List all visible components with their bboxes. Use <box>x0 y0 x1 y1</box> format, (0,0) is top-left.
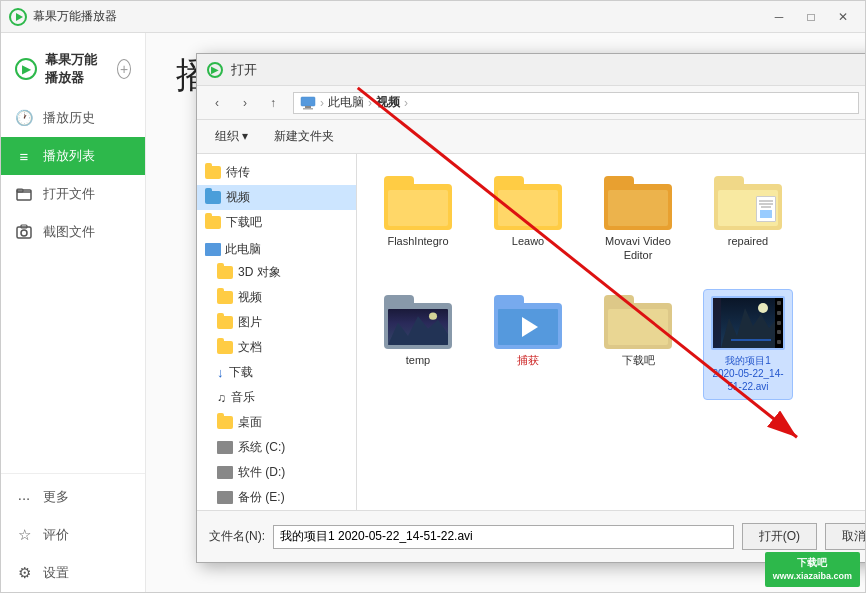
file-item-leawo[interactable]: Leawo <box>483 170 573 269</box>
tree-item-pictures[interactable]: 图片 <box>197 310 356 335</box>
nav-up-button[interactable]: ↑ <box>261 91 285 115</box>
tree-item-downloads[interactable]: ↓ 下载 <box>197 360 356 385</box>
file-label: FlashIntegro <box>387 234 448 248</box>
filename-label: 文件名(N): <box>209 528 265 545</box>
drive-icon <box>217 466 233 479</box>
watermark: 下载吧 www.xiazaiba.com <box>765 552 860 587</box>
sidebar-item-history[interactable]: 🕐 播放历史 <box>1 99 145 137</box>
tree-item-xiazaiba[interactable]: 下载吧 <box>197 210 356 235</box>
folder-icon <box>217 316 233 329</box>
sidebar-item-playlist[interactable]: ≡ 播放列表 <box>1 137 145 175</box>
folder-icon <box>205 166 221 179</box>
more-icon: ··· <box>15 488 33 506</box>
organize-label: 组织 ▾ <box>215 128 248 145</box>
file-item-video-avi[interactable]: 我的项目1 2020-05-22_14- 51-22.avi <box>703 289 793 400</box>
title-bar-controls: ─ □ ✕ <box>765 6 857 28</box>
svg-rect-8 <box>305 106 311 108</box>
tree-item-docs[interactable]: 文档 <box>197 335 356 360</box>
minimize-button[interactable]: ─ <box>765 6 793 28</box>
tree-item-videos[interactable]: 视频 <box>197 285 356 310</box>
breadcrumb: › 此电脑 › 视频 › <box>293 92 859 114</box>
svg-marker-10 <box>388 316 448 345</box>
organize-button[interactable]: 组织 ▾ <box>207 125 256 148</box>
svg-rect-7 <box>301 97 315 106</box>
tree-item-label: 音乐 <box>231 389 255 406</box>
sidebar-item-open[interactable]: 打开文件 <box>1 175 145 213</box>
tree-panel: 待传 视频 下载吧 此电脑 <box>197 154 357 510</box>
svg-rect-9 <box>303 108 313 110</box>
sidebar-item-more[interactable]: ··· 更多 <box>1 478 145 516</box>
tree-item-desktop[interactable]: 桌面 <box>197 410 356 435</box>
breadcrumb-sep1: › <box>320 96 324 110</box>
tree-item-label: 视频 <box>238 289 262 306</box>
tree-item-music[interactable]: ♫ 音乐 <box>197 385 356 410</box>
dialog-cancel-button[interactable]: 取消 <box>825 523 865 550</box>
tree-item-video[interactable]: 视频 <box>197 185 356 210</box>
tree-item-label: 软件 (D:) <box>238 464 285 481</box>
tree-item-3d[interactable]: 3D 对象 <box>197 260 356 285</box>
dialog-icon: ▶ <box>207 62 223 78</box>
nav-forward-button[interactable]: › <box>233 91 257 115</box>
sidebar-bottom: ··· 更多 ☆ 评价 ⚙ 设置 <box>1 473 145 592</box>
file-item-temp[interactable]: temp <box>373 289 463 400</box>
tree-section-pc: 此电脑 <box>197 235 356 260</box>
settings-icon: ⚙ <box>15 564 33 582</box>
folder-icon <box>217 291 233 304</box>
dialog-toolbar: 组织 ▾ 新建文件夹 <box>197 120 865 154</box>
rating-icon: ☆ <box>15 526 33 544</box>
dialog-title-text: 打开 <box>231 61 257 79</box>
tree-item-daichuan[interactable]: 待传 <box>197 160 356 185</box>
folder-large-icon <box>384 295 452 349</box>
breadcrumb-sep3: › <box>404 96 408 110</box>
folder-icon <box>217 416 233 429</box>
breadcrumb-part2[interactable]: 视频 <box>376 94 400 111</box>
sidebar-item-rating[interactable]: ☆ 评价 <box>1 516 145 554</box>
tree-item-drive-d[interactable]: 软件 (D:) <box>197 460 356 485</box>
svg-point-11 <box>429 312 437 319</box>
watermark-line1: 下载吧 <box>773 556 852 570</box>
tree-item-drive-c[interactable]: 系统 (C:) <box>197 435 356 460</box>
folder-large-icon <box>384 176 452 230</box>
logo-icon: ▶ <box>15 58 37 80</box>
folder-large-icon <box>494 176 562 230</box>
file-label: Leawo <box>512 234 544 248</box>
tree-item-label: 系统 (C:) <box>238 439 285 456</box>
file-label: 下载吧 <box>622 353 655 367</box>
sidebar-item-history-label: 播放历史 <box>43 109 95 127</box>
title-bar-text: 幕果万能播放器 <box>33 8 765 25</box>
tree-item-drive-e[interactable]: 备份 (E:) <box>197 485 356 510</box>
history-icon: 🕐 <box>15 109 33 127</box>
add-button[interactable]: + <box>117 59 131 79</box>
file-item-xiazaiba-folder[interactable]: 下载吧 <box>593 289 683 400</box>
breadcrumb-sep2: › <box>368 96 372 110</box>
file-label: 我的项目1 2020-05-22_14- 51-22.avi <box>712 354 783 393</box>
file-item-movavi[interactable]: Movavi Video Editor <box>593 170 683 269</box>
video-thumbnail <box>711 296 785 350</box>
nav-back-button[interactable]: ‹ <box>205 91 229 115</box>
sidebar-item-more-label: 更多 <box>43 488 69 506</box>
maximize-button[interactable]: □ <box>797 6 825 28</box>
new-folder-button[interactable]: 新建文件夹 <box>264 125 344 148</box>
open-icon <box>15 185 33 203</box>
folder-large-icon <box>494 295 562 349</box>
sidebar-item-screenshot[interactable]: 截图文件 <box>1 213 145 251</box>
file-item-flashintegro[interactable]: FlashIntegro <box>373 170 463 269</box>
tree-item-label: 视频 <box>226 189 250 206</box>
close-button[interactable]: ✕ <box>829 6 857 28</box>
file-item-repaired[interactable]: repaired <box>703 170 793 269</box>
dialog-open-button[interactable]: 打开(O) <box>742 523 817 550</box>
file-label: repaired <box>728 234 768 248</box>
sidebar-item-rating-label: 评价 <box>43 526 69 544</box>
tree-item-label: 3D 对象 <box>238 264 281 281</box>
logo-text: 幕果万能播放器 <box>45 51 105 87</box>
breadcrumb-part1[interactable]: 此电脑 <box>328 94 364 111</box>
film-strip-right <box>775 298 783 348</box>
file-item-capture[interactable]: 捕获 <box>483 289 573 400</box>
title-bar: 幕果万能播放器 ─ □ ✕ <box>1 1 865 33</box>
sidebar-item-settings[interactable]: ⚙ 设置 <box>1 554 145 592</box>
download-icon: ↓ <box>217 365 224 380</box>
file-dialog: ▶ 打开 ‹ › ↑ › 此电脑 <box>196 53 865 563</box>
svg-point-14 <box>758 303 768 313</box>
playlist-icon: ≡ <box>15 147 33 165</box>
filename-input[interactable] <box>273 525 734 549</box>
